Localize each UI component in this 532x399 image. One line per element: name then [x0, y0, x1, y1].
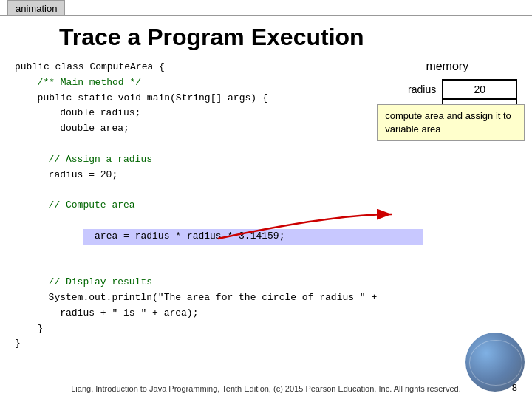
main-container: Trace a Program Execution public class C… — [0, 15, 532, 399]
footer: Liang, Introduction to Java Programming,… — [0, 384, 532, 393]
code-line-4: double radius; — [37, 106, 377, 121]
code-line-6 — [15, 137, 377, 152]
code-line-9 — [15, 183, 377, 198]
code-line-7: // Assign a radius — [37, 152, 377, 168]
animation-tab[interactable]: animation — [7, 0, 65, 16]
code-line-5: double area; — [37, 121, 377, 137]
code-line-17: } — [15, 336, 377, 352]
code-line-16: } — [26, 321, 377, 337]
memory-label: memory — [426, 60, 468, 73]
animation-tab-label: animation — [16, 3, 57, 14]
var-value-radius: 20 — [443, 80, 516, 99]
tooltip-box: compute area and assign it to variable a… — [377, 104, 525, 141]
code-line-11: area = radius * radius * 3.14159; — [37, 214, 377, 259]
code-line-3: public static void main(String[] args) { — [26, 91, 377, 106]
highlighted-code-line: area = radius * radius * 3.14159; — [83, 229, 423, 245]
tooltip-text: compute area and assign it to variable a… — [385, 110, 511, 134]
code-line-14: System.out.println("The area for the cir… — [37, 290, 377, 306]
page-number: 8 — [512, 382, 517, 393]
code-line-12 — [15, 259, 377, 275]
table-row-radius: radius 20 — [392, 80, 516, 99]
code-line-15: radius + " is " + area); — [37, 306, 377, 321]
code-line-13: // Display results — [37, 275, 377, 290]
footer-text: Liang, Introduction to Java Programming,… — [71, 384, 460, 393]
code-line-1: public class ComputeArea { — [15, 60, 377, 75]
memory-section: memory radius 20 area 1256.636 compute a… — [392, 60, 525, 119]
code-line-10: // Compute area — [37, 198, 377, 214]
code-line-2: /** Main method */ — [26, 75, 377, 91]
content-area: public class ComputeArea { /** Main meth… — [15, 60, 517, 352]
code-line-8: radius = 20; — [37, 168, 377, 183]
page-title: Trace a Program Execution — [59, 24, 517, 51]
code-section: public class ComputeArea { /** Main meth… — [15, 60, 377, 352]
var-name-radius: radius — [392, 80, 443, 99]
